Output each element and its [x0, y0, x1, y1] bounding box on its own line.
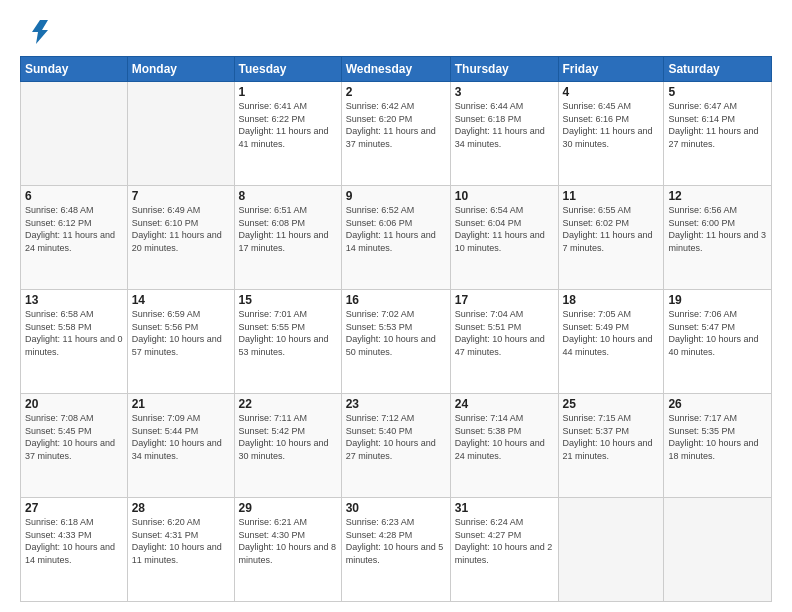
calendar-cell: 16Sunrise: 7:02 AM Sunset: 5:53 PM Dayli… [341, 290, 450, 394]
day-info: Sunrise: 7:14 AM Sunset: 5:38 PM Dayligh… [455, 412, 554, 462]
day-number: 26 [668, 397, 767, 411]
day-info: Sunrise: 6:47 AM Sunset: 6:14 PM Dayligh… [668, 100, 767, 150]
calendar-cell: 17Sunrise: 7:04 AM Sunset: 5:51 PM Dayli… [450, 290, 558, 394]
day-number: 19 [668, 293, 767, 307]
calendar-week-row: 13Sunrise: 6:58 AM Sunset: 5:58 PM Dayli… [21, 290, 772, 394]
day-info: Sunrise: 7:12 AM Sunset: 5:40 PM Dayligh… [346, 412, 446, 462]
calendar-cell [21, 82, 128, 186]
day-info: Sunrise: 6:21 AM Sunset: 4:30 PM Dayligh… [239, 516, 337, 566]
calendar-cell: 7Sunrise: 6:49 AM Sunset: 6:10 PM Daylig… [127, 186, 234, 290]
weekday-header-cell: Wednesday [341, 57, 450, 82]
weekday-header-cell: Friday [558, 57, 664, 82]
day-number: 28 [132, 501, 230, 515]
calendar-week-row: 1Sunrise: 6:41 AM Sunset: 6:22 PM Daylig… [21, 82, 772, 186]
weekday-header-row: SundayMondayTuesdayWednesdayThursdayFrid… [21, 57, 772, 82]
day-info: Sunrise: 6:44 AM Sunset: 6:18 PM Dayligh… [455, 100, 554, 150]
calendar-cell: 2Sunrise: 6:42 AM Sunset: 6:20 PM Daylig… [341, 82, 450, 186]
calendar-table: SundayMondayTuesdayWednesdayThursdayFrid… [20, 56, 772, 602]
day-number: 6 [25, 189, 123, 203]
day-number: 4 [563, 85, 660, 99]
calendar-cell: 27Sunrise: 6:18 AM Sunset: 4:33 PM Dayli… [21, 498, 128, 602]
day-info: Sunrise: 6:42 AM Sunset: 6:20 PM Dayligh… [346, 100, 446, 150]
calendar-cell: 28Sunrise: 6:20 AM Sunset: 4:31 PM Dayli… [127, 498, 234, 602]
calendar-cell: 1Sunrise: 6:41 AM Sunset: 6:22 PM Daylig… [234, 82, 341, 186]
svg-marker-1 [32, 20, 48, 44]
calendar-cell: 21Sunrise: 7:09 AM Sunset: 5:44 PM Dayli… [127, 394, 234, 498]
day-number: 30 [346, 501, 446, 515]
day-number: 7 [132, 189, 230, 203]
day-info: Sunrise: 6:45 AM Sunset: 6:16 PM Dayligh… [563, 100, 660, 150]
day-number: 23 [346, 397, 446, 411]
day-number: 13 [25, 293, 123, 307]
calendar-cell: 24Sunrise: 7:14 AM Sunset: 5:38 PM Dayli… [450, 394, 558, 498]
page: SundayMondayTuesdayWednesdayThursdayFrid… [0, 0, 792, 612]
day-info: Sunrise: 6:49 AM Sunset: 6:10 PM Dayligh… [132, 204, 230, 254]
day-info: Sunrise: 7:08 AM Sunset: 5:45 PM Dayligh… [25, 412, 123, 462]
day-number: 12 [668, 189, 767, 203]
calendar-cell: 19Sunrise: 7:06 AM Sunset: 5:47 PM Dayli… [664, 290, 772, 394]
day-info: Sunrise: 7:01 AM Sunset: 5:55 PM Dayligh… [239, 308, 337, 358]
day-number: 3 [455, 85, 554, 99]
day-info: Sunrise: 6:48 AM Sunset: 6:12 PM Dayligh… [25, 204, 123, 254]
calendar-cell: 31Sunrise: 6:24 AM Sunset: 4:27 PM Dayli… [450, 498, 558, 602]
day-number: 16 [346, 293, 446, 307]
calendar-cell: 3Sunrise: 6:44 AM Sunset: 6:18 PM Daylig… [450, 82, 558, 186]
day-info: Sunrise: 7:15 AM Sunset: 5:37 PM Dayligh… [563, 412, 660, 462]
calendar-cell: 30Sunrise: 6:23 AM Sunset: 4:28 PM Dayli… [341, 498, 450, 602]
day-info: Sunrise: 6:56 AM Sunset: 6:00 PM Dayligh… [668, 204, 767, 254]
day-info: Sunrise: 6:59 AM Sunset: 5:56 PM Dayligh… [132, 308, 230, 358]
day-number: 27 [25, 501, 123, 515]
day-number: 10 [455, 189, 554, 203]
calendar-week-row: 20Sunrise: 7:08 AM Sunset: 5:45 PM Dayli… [21, 394, 772, 498]
day-number: 15 [239, 293, 337, 307]
calendar-cell [558, 498, 664, 602]
calendar-cell: 18Sunrise: 7:05 AM Sunset: 5:49 PM Dayli… [558, 290, 664, 394]
calendar-cell: 14Sunrise: 6:59 AM Sunset: 5:56 PM Dayli… [127, 290, 234, 394]
day-number: 21 [132, 397, 230, 411]
day-number: 9 [346, 189, 446, 203]
day-info: Sunrise: 6:52 AM Sunset: 6:06 PM Dayligh… [346, 204, 446, 254]
calendar-cell: 6Sunrise: 6:48 AM Sunset: 6:12 PM Daylig… [21, 186, 128, 290]
calendar-cell: 8Sunrise: 6:51 AM Sunset: 6:08 PM Daylig… [234, 186, 341, 290]
calendar-cell: 9Sunrise: 6:52 AM Sunset: 6:06 PM Daylig… [341, 186, 450, 290]
day-info: Sunrise: 6:51 AM Sunset: 6:08 PM Dayligh… [239, 204, 337, 254]
calendar-cell: 20Sunrise: 7:08 AM Sunset: 5:45 PM Dayli… [21, 394, 128, 498]
calendar-cell [127, 82, 234, 186]
day-info: Sunrise: 6:18 AM Sunset: 4:33 PM Dayligh… [25, 516, 123, 566]
day-number: 1 [239, 85, 337, 99]
weekday-header-cell: Monday [127, 57, 234, 82]
day-info: Sunrise: 6:24 AM Sunset: 4:27 PM Dayligh… [455, 516, 554, 566]
day-info: Sunrise: 7:09 AM Sunset: 5:44 PM Dayligh… [132, 412, 230, 462]
day-number: 20 [25, 397, 123, 411]
weekday-header-cell: Tuesday [234, 57, 341, 82]
day-info: Sunrise: 6:20 AM Sunset: 4:31 PM Dayligh… [132, 516, 230, 566]
day-info: Sunrise: 7:11 AM Sunset: 5:42 PM Dayligh… [239, 412, 337, 462]
day-number: 29 [239, 501, 337, 515]
day-number: 18 [563, 293, 660, 307]
header [20, 16, 772, 48]
day-info: Sunrise: 7:05 AM Sunset: 5:49 PM Dayligh… [563, 308, 660, 358]
day-info: Sunrise: 7:17 AM Sunset: 5:35 PM Dayligh… [668, 412, 767, 462]
logo [20, 16, 56, 48]
day-info: Sunrise: 6:55 AM Sunset: 6:02 PM Dayligh… [563, 204, 660, 254]
calendar-cell: 11Sunrise: 6:55 AM Sunset: 6:02 PM Dayli… [558, 186, 664, 290]
day-info: Sunrise: 6:23 AM Sunset: 4:28 PM Dayligh… [346, 516, 446, 566]
day-number: 14 [132, 293, 230, 307]
day-number: 5 [668, 85, 767, 99]
day-number: 2 [346, 85, 446, 99]
day-number: 31 [455, 501, 554, 515]
day-info: Sunrise: 6:58 AM Sunset: 5:58 PM Dayligh… [25, 308, 123, 358]
weekday-header-cell: Sunday [21, 57, 128, 82]
calendar-cell [664, 498, 772, 602]
day-number: 25 [563, 397, 660, 411]
calendar-cell: 22Sunrise: 7:11 AM Sunset: 5:42 PM Dayli… [234, 394, 341, 498]
weekday-header-cell: Saturday [664, 57, 772, 82]
day-info: Sunrise: 6:41 AM Sunset: 6:22 PM Dayligh… [239, 100, 337, 150]
day-info: Sunrise: 6:54 AM Sunset: 6:04 PM Dayligh… [455, 204, 554, 254]
calendar-week-row: 6Sunrise: 6:48 AM Sunset: 6:12 PM Daylig… [21, 186, 772, 290]
day-number: 24 [455, 397, 554, 411]
calendar-cell: 5Sunrise: 6:47 AM Sunset: 6:14 PM Daylig… [664, 82, 772, 186]
calendar-cell: 29Sunrise: 6:21 AM Sunset: 4:30 PM Dayli… [234, 498, 341, 602]
logo-icon [20, 16, 52, 48]
day-info: Sunrise: 7:02 AM Sunset: 5:53 PM Dayligh… [346, 308, 446, 358]
